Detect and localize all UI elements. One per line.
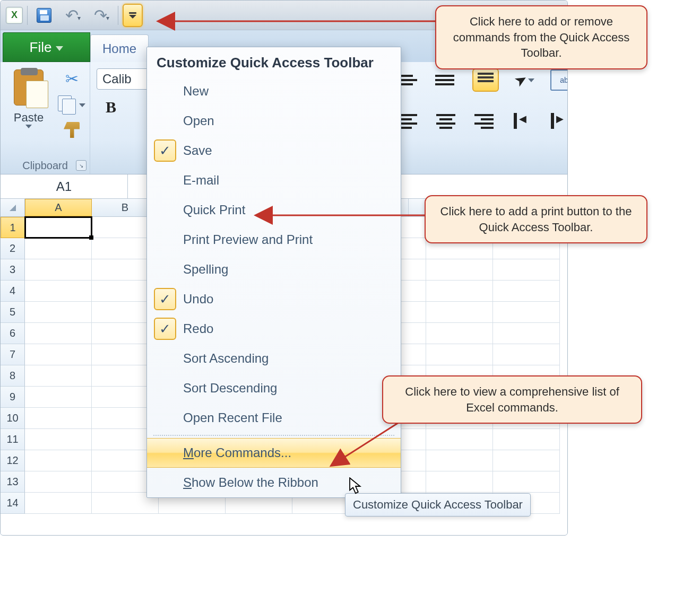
rowhead-5[interactable]: 5 — [1, 302, 25, 323]
cell[interactable] — [493, 429, 560, 450]
cell[interactable] — [25, 365, 92, 387]
rowhead-12[interactable]: 12 — [1, 450, 25, 471]
dropdown-title: Customize Quick Access Toolbar — [147, 47, 401, 76]
dropdown-more-commands[interactable]: More Commands... — [147, 438, 401, 468]
group-launcher-clipboard[interactable] — [76, 160, 87, 171]
qat-save-button[interactable] — [32, 4, 56, 27]
rowhead-1[interactable]: 1 — [1, 217, 25, 238]
increase-indent-button[interactable]: ▶ — [547, 113, 568, 130]
cell[interactable] — [25, 471, 92, 493]
cell[interactable] — [426, 429, 493, 450]
dropdown-item-sort-ascending[interactable]: Sort Ascending — [147, 344, 401, 373]
copy-dropdown-icon[interactable] — [79, 103, 85, 107]
callout-quick-print: Click here to add a print button to the … — [425, 195, 647, 243]
cell[interactable] — [426, 281, 493, 302]
excel-app-icon[interactable]: X — [6, 7, 23, 24]
wrap-text-button[interactable]: ab — [550, 69, 568, 91]
name-box[interactable]: A1 — [1, 174, 128, 198]
cell[interactable] — [25, 302, 92, 323]
dropdown-item-new[interactable]: New — [147, 76, 401, 106]
cell[interactable] — [25, 493, 92, 514]
cell[interactable] — [25, 217, 92, 238]
dropdown-item-print-preview-and-print[interactable]: Print Preview and Print — [147, 225, 401, 255]
rowhead-14[interactable]: 14 — [1, 493, 25, 514]
cell[interactable] — [25, 344, 92, 365]
paste-button[interactable]: Paste — [5, 65, 53, 144]
cell[interactable] — [426, 259, 493, 281]
rowhead-11[interactable]: 11 — [1, 429, 25, 450]
cell[interactable] — [426, 450, 493, 471]
cell[interactable] — [493, 281, 560, 302]
align-left-button[interactable] — [398, 113, 419, 130]
redo-dropdown-icon[interactable]: ▾ — [106, 14, 109, 22]
cell[interactable] — [25, 387, 92, 408]
redo-icon: ↷ — [94, 7, 107, 23]
copy-button[interactable] — [58, 95, 85, 115]
cell[interactable] — [25, 238, 92, 259]
dropdown-item-label: Open Recent File — [183, 410, 401, 425]
format-painter-button[interactable] — [64, 122, 80, 138]
dropdown-item-open[interactable]: Open — [147, 106, 401, 136]
dropdown-item-quick-print[interactable]: Quick Print — [147, 195, 401, 225]
paste-dropdown-icon[interactable] — [25, 125, 32, 128]
dropdown-item-open-recent-file[interactable]: Open Recent File — [147, 403, 401, 433]
dropdown-item-undo[interactable]: ✓Undo — [147, 284, 401, 314]
rowhead-4[interactable]: 4 — [1, 281, 25, 302]
bold-button[interactable]: B — [99, 95, 123, 119]
customize-qat-button[interactable] — [123, 4, 143, 27]
mouse-cursor-icon — [348, 477, 363, 495]
qat-divider — [27, 6, 28, 25]
rowhead-2[interactable]: 2 — [1, 238, 25, 259]
callout-qat-button: Click here to add or remove commands fro… — [435, 5, 647, 69]
undo-icon: ↶ — [65, 7, 79, 23]
cell[interactable] — [25, 429, 92, 450]
dropdown-item-redo[interactable]: ✓Redo — [147, 314, 401, 344]
cell[interactable] — [493, 344, 560, 365]
qat-divider-2 — [118, 6, 118, 25]
save-icon — [37, 8, 51, 23]
align-center-button[interactable] — [435, 113, 456, 130]
check-icon: ✓ — [154, 139, 176, 162]
cell[interactable] — [426, 471, 493, 493]
cell[interactable] — [493, 471, 560, 493]
cell[interactable] — [493, 323, 560, 344]
qat-undo-button[interactable]: ↶ ▾ — [61, 4, 85, 27]
dropdown-item-save[interactable]: ✓Save — [147, 136, 401, 165]
dropdown-item-spelling[interactable]: Spelling — [147, 255, 401, 284]
cut-button[interactable]: ✂ — [65, 69, 79, 88]
select-all-corner[interactable] — [1, 199, 25, 216]
cell[interactable] — [25, 281, 92, 302]
qat-redo-button[interactable]: ↷ ▾ — [89, 4, 114, 27]
cell[interactable] — [25, 259, 92, 281]
cell[interactable] — [25, 408, 92, 429]
align-right-button[interactable] — [472, 113, 494, 130]
rowhead-6[interactable]: 6 — [1, 323, 25, 344]
cell[interactable] — [493, 302, 560, 323]
rowhead-7[interactable]: 7 — [1, 344, 25, 365]
tab-home[interactable]: Home — [90, 34, 149, 62]
cell[interactable] — [426, 344, 493, 365]
rowhead-13[interactable]: 13 — [1, 471, 25, 493]
colhead-A[interactable]: A — [25, 199, 92, 216]
cell[interactable] — [25, 323, 92, 344]
cell[interactable] — [426, 323, 493, 344]
cell[interactable] — [493, 450, 560, 471]
cell[interactable] — [25, 450, 92, 471]
tab-file[interactable]: File — [3, 32, 90, 62]
customize-qat-dropdown: Customize Quick Access Toolbar NewOpen✓S… — [146, 47, 401, 498]
dropdown-item-sort-descending[interactable]: Sort Descending — [147, 373, 401, 403]
align-bottom-button[interactable] — [435, 72, 456, 89]
orientation-button[interactable]: ➤ — [515, 72, 534, 89]
dropdown-item-e-mail[interactable]: E-mail — [147, 165, 401, 195]
rowhead-3[interactable]: 3 — [1, 259, 25, 281]
undo-dropdown-icon[interactable]: ▾ — [77, 14, 81, 22]
rowhead-9[interactable]: 9 — [1, 387, 25, 408]
decrease-indent-button[interactable]: ◀ — [509, 113, 531, 130]
rowhead-8[interactable]: 8 — [1, 365, 25, 387]
align-middle-selected[interactable] — [472, 68, 499, 92]
rowhead-10[interactable]: 10 — [1, 408, 25, 429]
dropdown-item-label: Redo — [183, 321, 401, 336]
cell[interactable] — [493, 259, 560, 281]
align-middle-button[interactable] — [398, 72, 419, 89]
cell[interactable] — [426, 302, 493, 323]
